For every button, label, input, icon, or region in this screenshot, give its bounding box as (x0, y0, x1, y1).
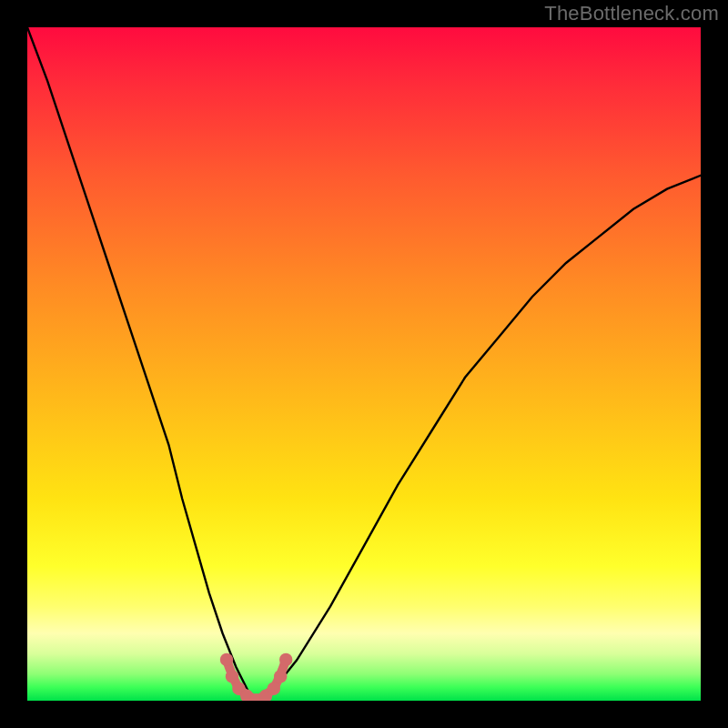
curve-layer (27, 27, 701, 701)
bottleneck-curve (27, 27, 701, 701)
svg-point-1 (226, 670, 238, 682)
svg-point-0 (220, 653, 233, 666)
plot-area (27, 27, 701, 701)
svg-point-8 (279, 653, 292, 666)
svg-point-6 (268, 682, 280, 695)
attribution-label: TheBottleneck.com (544, 2, 719, 25)
highlight-dots (220, 653, 293, 701)
svg-point-7 (274, 670, 287, 682)
chart-stage: TheBottleneck.com (0, 0, 728, 728)
